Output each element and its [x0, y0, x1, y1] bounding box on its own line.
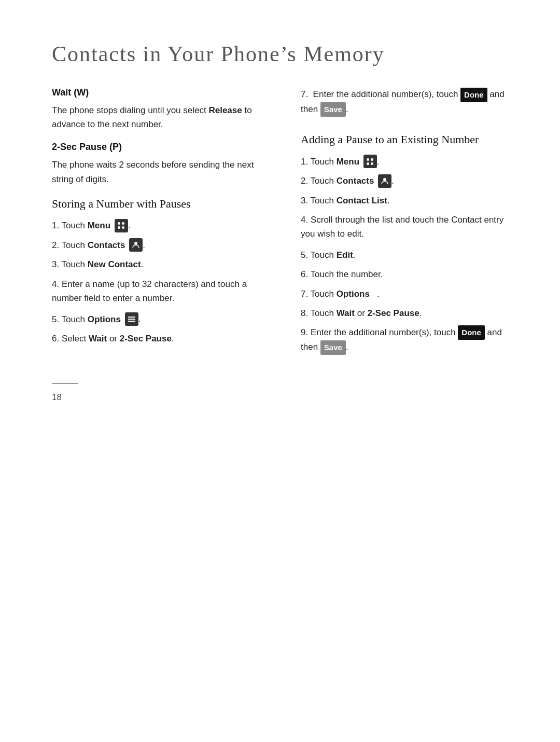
save-button-label-2: Save	[320, 340, 346, 355]
adding-heading: Adding a Pause to an Existing Number	[301, 132, 519, 147]
svg-point-1	[383, 178, 386, 181]
list-item: 6. Touch the number.	[301, 267, 519, 281]
storing-steps: 1. Touch Menu . 2. Touch Contacts	[52, 218, 270, 346]
page-title: Contacts in Your Phone’s Memory	[52, 42, 519, 66]
wait-heading: Wait (W)	[52, 87, 270, 98]
svg-point-0	[134, 242, 137, 245]
left-column: Wait (W) The phone stops dialing until y…	[52, 87, 270, 351]
step7-top: 7. Enter the additional number(s), touch…	[301, 87, 519, 117]
step7-text: 7. Enter the additional number(s), touch…	[301, 87, 519, 117]
done-button-label: Done	[460, 88, 487, 102]
contacts-icon	[378, 174, 391, 188]
right-column: 7. Enter the additional number(s), touch…	[301, 87, 519, 362]
list-item: 4. Enter a name (up to 32 characters) an…	[52, 277, 270, 305]
list-item: 6. Select Wait or 2-Sec Pause.	[52, 332, 270, 346]
list-item: 4. Scroll through the list and touch the…	[301, 213, 519, 241]
storing-heading: Storing a Number with Pauses	[52, 197, 270, 212]
list-item: 1. Touch Menu .	[301, 155, 519, 169]
contacts-icon	[129, 238, 143, 252]
wait-body: The phone stops dialing until you select…	[52, 103, 270, 131]
list-item: 7. Touch Options .	[301, 287, 519, 301]
adding-steps: 1. Touch Menu . 2. Touch Contacts	[301, 155, 519, 355]
list-item: 5. Touch Options .	[52, 312, 270, 327]
list-item: 5. Touch Edit.	[301, 248, 519, 262]
list-item: 2. Touch Contacts .	[301, 174, 519, 188]
menu-icon	[115, 219, 128, 232]
list-item: 3. Touch New Contact.	[52, 257, 270, 271]
menu-icon	[363, 155, 377, 168]
list-item: 9. Enter the additional number(s), touch…	[301, 325, 519, 355]
list-item: 3. Touch Contact List.	[301, 194, 519, 208]
done-button-label-2: Done	[458, 325, 485, 340]
pause-heading: 2-Sec Pause (P)	[52, 142, 270, 153]
list-item: 1. Touch Menu .	[52, 218, 270, 233]
list-item: 2. Touch Contacts .	[52, 238, 270, 253]
pause-body: The phone waits 2 seconds before sending…	[52, 158, 270, 186]
options-icon	[125, 312, 138, 326]
page-number: 18	[52, 392, 519, 403]
wait-section: Wait (W) The phone stops dialing until y…	[52, 87, 270, 131]
pause-section: 2-Sec Pause (P) The phone waits 2 second…	[52, 142, 270, 186]
storing-section: Storing a Number with Pauses 1. Touch Me…	[52, 197, 270, 346]
list-item: 8. Touch Wait or 2-Sec Pause.	[301, 306, 519, 320]
page-divider	[52, 383, 78, 384]
save-button-label: Save	[320, 102, 346, 117]
adding-section: Adding a Pause to an Existing Number 1. …	[301, 132, 519, 355]
